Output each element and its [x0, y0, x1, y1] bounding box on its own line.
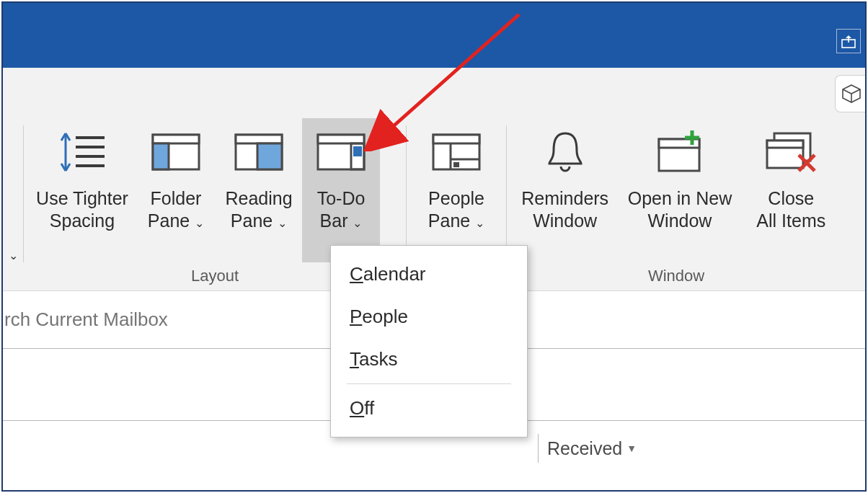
close-all-icon [761, 123, 820, 182]
prev-group-dropdown[interactable]: ⌄ [3, 118, 23, 291]
svg-rect-9 [153, 143, 169, 169]
chevron-down-icon: ⌄ [195, 217, 204, 229]
button-label-line1: Close [768, 188, 814, 208]
close-all-items-button[interactable]: Close All Items [741, 118, 841, 262]
svg-rect-14 [318, 135, 364, 143]
chevron-down-icon: ⌄ [353, 217, 362, 229]
button-label-line1: Reminders [521, 188, 608, 208]
button-label-line2: Pane [428, 210, 470, 231]
people-pane-icon [427, 123, 486, 182]
sort-label: Received [547, 438, 622, 459]
button-label-line1: To-Do [317, 188, 366, 208]
use-tighter-spacing-button[interactable]: Use Tighter Spacing [28, 118, 136, 262]
title-bar [3, 3, 865, 68]
mi-rest: eople [362, 306, 408, 327]
package-icon [841, 83, 862, 105]
ribbon-overflow-button[interactable] [835, 75, 865, 112]
open-new-window-icon [650, 123, 709, 182]
todo-bar-dropdown: Calendar People Tasks Off [330, 245, 528, 438]
reading-pane-button[interactable]: Reading Pane ⌄ [216, 118, 302, 262]
people-pane-button[interactable]: People Pane ⌄ [411, 118, 502, 262]
ribbon-group-window: Reminders Window Open in New Window [507, 118, 846, 291]
reading-pane-icon [229, 123, 288, 182]
folder-pane-icon [146, 123, 205, 182]
sort-desc-icon: ▼ [626, 443, 637, 454]
svg-rect-28 [767, 141, 803, 148]
button-label-line1: Use Tighter [36, 188, 128, 208]
menu-item-people[interactable]: People [331, 296, 527, 338]
mi-rest: ff [364, 397, 374, 419]
reminders-window-button[interactable]: Reminders Window [511, 118, 619, 262]
button-label-line1: People [428, 188, 484, 208]
collapse-up-icon [841, 34, 856, 48]
menu-item-tasks[interactable]: Tasks [331, 338, 527, 381]
menu-item-off[interactable]: Off [331, 387, 527, 430]
svg-rect-12 [257, 143, 282, 169]
button-label-line2: Pane [231, 210, 273, 231]
tighter-spacing-icon [53, 123, 112, 182]
svg-rect-11 [236, 135, 282, 143]
todo-bar-button[interactable]: To-Do Bar ⌄ [302, 118, 380, 262]
button-label-line2: Window [648, 210, 712, 231]
mi-rest: asks [359, 348, 397, 370]
svg-rect-21 [453, 162, 459, 167]
ribbon-collapse-button[interactable] [836, 29, 861, 53]
button-label-line2: Pane [148, 210, 190, 231]
button-label-line2: Bar [320, 210, 348, 231]
button-label-line1: Open in New [628, 188, 732, 208]
button-label-line2: Spacing [50, 210, 115, 231]
svg-rect-8 [153, 135, 199, 143]
menu-separator [347, 383, 511, 384]
button-label-line2: All Items [756, 210, 825, 231]
sort-received-column[interactable]: Received ▼ [538, 434, 637, 463]
todo-bar-icon [311, 123, 371, 182]
svg-rect-16 [353, 146, 362, 156]
folder-pane-button[interactable]: Folder Pane ⌄ [136, 118, 216, 262]
svg-rect-18 [433, 135, 479, 143]
mi-rest: alendar [363, 263, 426, 285]
chevron-down-icon: ⌄ [9, 249, 18, 262]
button-label-line1: Reading [225, 188, 292, 208]
chevron-down-icon: ⌄ [278, 217, 287, 229]
open-new-window-button[interactable]: Open in New Window [619, 118, 740, 262]
group-label: Window [507, 267, 846, 285]
bell-icon [536, 123, 595, 182]
chevron-down-icon: ⌄ [475, 217, 484, 229]
menu-item-calendar[interactable]: Calendar [331, 253, 527, 296]
button-label-line2: Window [533, 210, 597, 231]
button-label-line1: Folder [151, 188, 202, 208]
